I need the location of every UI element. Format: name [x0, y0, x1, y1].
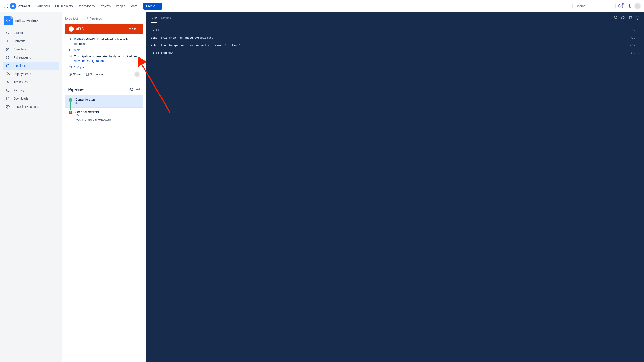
svg-point-22	[8, 58, 9, 59]
repo-header[interactable]: 🔒 april-10-webinar	[2, 17, 59, 29]
settings-button[interactable]	[626, 3, 633, 10]
svg-point-0	[4, 4, 5, 5]
pipeline-title: Pipeline	[68, 87, 84, 92]
log-command: Build setup	[151, 29, 632, 32]
delete-log-button[interactable]	[628, 16, 632, 20]
duration: 30 sec	[73, 73, 82, 76]
run-number: #33	[76, 27, 84, 32]
sidebar-item-label: Pull requests	[14, 56, 31, 59]
search-input[interactable]	[576, 4, 614, 8]
log-command: echo 'This step was added dynamically'	[151, 36, 630, 39]
svg-rect-31	[69, 66, 72, 68]
sidebar-item-pipelines[interactable]: Pipelines	[2, 62, 59, 70]
svg-point-27	[69, 49, 70, 49]
nav-repositories[interactable]: Repositories	[76, 3, 97, 10]
svg-line-42	[616, 18, 618, 19]
nav-people[interactable]: People	[114, 3, 128, 10]
sidebar-item-downloads[interactable]: Downloads	[2, 95, 59, 102]
svg-point-13	[629, 6, 630, 7]
svg-point-7	[6, 7, 6, 8]
topnav-right: ?	[572, 3, 640, 10]
tab-metrics[interactable]: Metrics	[161, 15, 171, 23]
log-body: Build setup 3s › echo 'This step was add…	[146, 23, 644, 60]
sidebar-item-source[interactable]: Source	[2, 29, 59, 37]
nav-more-label: More	[130, 4, 137, 8]
svg-point-21	[6, 58, 7, 59]
svg-point-18	[8, 48, 9, 49]
nav-more[interactable]: More	[128, 3, 142, 10]
code-icon	[6, 31, 10, 35]
sidebar-item-label: Commits	[14, 39, 25, 43]
create-label: Create	[146, 4, 155, 8]
step-connector	[70, 102, 71, 110]
step-name: Dynamic step	[75, 98, 140, 101]
nav-your-work[interactable]: Your work	[34, 3, 52, 10]
search-box[interactable]	[572, 3, 616, 9]
main-layout: 🔒 april-10-webinar Source Commits Branch…	[0, 12, 644, 362]
fail-icon: !	[69, 26, 74, 32]
breadcrumb-current[interactable]: Pipelines	[90, 17, 102, 20]
breadcrumb-root[interactable]: forge-test	[65, 17, 78, 20]
sidebar-item-commits[interactable]: Commits	[2, 37, 59, 45]
rerun-button[interactable]: Rerun	[128, 27, 140, 31]
svg-point-1	[6, 4, 6, 5]
brand-text: Bitbucket	[16, 4, 30, 8]
tab-build[interactable]: Build	[151, 15, 157, 23]
breadcrumb-separator: /	[87, 17, 88, 20]
breadcrumb-separator: /	[80, 17, 80, 20]
sidebar-item-label: Source	[14, 31, 23, 35]
sidebar-item-settings[interactable]: Repository settings	[2, 103, 59, 111]
sidebar-item-branches[interactable]: Branches	[2, 45, 59, 53]
view-config-link[interactable]: View the configuration	[74, 59, 104, 63]
pin-button[interactable]	[129, 88, 134, 92]
nav-pull-requests[interactable]: Pull requests	[53, 3, 75, 10]
sidebar-item-security[interactable]: Security	[2, 86, 59, 94]
log-duration: <1s	[630, 36, 635, 39]
log-line[interactable]: echo 'The change for this request contai…	[151, 42, 640, 49]
report-link[interactable]: 1 Report	[74, 65, 86, 70]
jira-icon	[6, 80, 10, 84]
pipeline-panel: forge-test / … / Pipelines ! #33 Rerun f…	[62, 12, 146, 362]
sidebar-item-label: Deployments	[14, 72, 31, 76]
log-line[interactable]: echo 'This step was added dynamically' <…	[151, 34, 640, 42]
svg-point-3	[4, 6, 5, 6]
dynamic-icon	[69, 55, 72, 58]
gear-icon	[6, 105, 10, 109]
user-avatar[interactable]	[634, 3, 640, 9]
sidebar-item-deployments[interactable]: Deployments	[2, 70, 59, 78]
author-avatar[interactable]	[134, 72, 140, 77]
help-button[interactable]: ?	[617, 3, 624, 10]
svg-point-23	[7, 106, 8, 107]
log-command: Build teardown	[151, 51, 630, 55]
dynamic-message: This pipeline is generated by dynamic pi…	[74, 55, 138, 58]
download-log-button[interactable]	[621, 16, 626, 20]
app-switcher-icon[interactable]	[4, 4, 9, 9]
info-button[interactable]	[635, 16, 640, 20]
sidebar-item-pull-requests[interactable]: Pull requests	[2, 54, 59, 61]
step-item-scan[interactable]: ! Scan for secrets 25s Was this failure …	[66, 107, 143, 124]
log-line[interactable]: Build setup 3s ›	[151, 26, 640, 34]
sidebar-item-label: Pipelines	[14, 64, 26, 67]
shield-icon	[6, 88, 10, 92]
lock-icon: 🔒	[10, 16, 14, 19]
settings-button[interactable]	[136, 88, 140, 92]
chevron-right-icon: ›	[638, 44, 640, 47]
svg-rect-35	[86, 73, 89, 76]
sidebar-item-jira[interactable]: Jira issues	[2, 78, 59, 86]
breadcrumb: forge-test / … / Pipelines	[65, 15, 143, 24]
search-log-button[interactable]	[614, 16, 618, 20]
breadcrumb-ellipsis[interactable]: …	[82, 17, 85, 20]
log-line[interactable]: Build teardown <1s ›	[151, 49, 640, 57]
commit-hash-link[interactable]: f6e8925	[74, 38, 85, 41]
pipelines-icon	[6, 64, 10, 68]
nav-projects[interactable]: Projects	[98, 3, 113, 10]
create-button[interactable]: Create	[143, 3, 162, 10]
branch-link[interactable]: main	[74, 48, 80, 53]
run-details: f6e8925 README.md edited online with Bit…	[65, 34, 143, 80]
sidebar: 🔒 april-10-webinar Source Commits Branch…	[0, 12, 62, 362]
svg-point-5	[7, 6, 8, 6]
run-header: ! #33 Rerun	[65, 24, 143, 34]
step-item-dynamic[interactable]: ✓ Dynamic step 3s	[66, 95, 143, 107]
bitbucket-logo[interactable]: Bitbucket	[10, 4, 30, 9]
step-time: 25s	[75, 114, 140, 117]
